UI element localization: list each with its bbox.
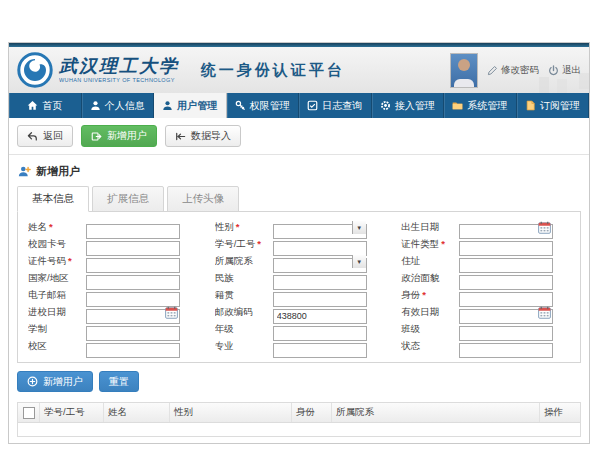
nav-item-user-mgmt[interactable]: 用户管理: [154, 93, 227, 118]
logout-label: 退出: [562, 64, 581, 77]
field-campus: 校区: [28, 339, 203, 354]
field-label: 性别*: [215, 221, 273, 234]
back-button-label: 返回: [43, 129, 63, 143]
change-password-label: 修改密码: [501, 64, 539, 77]
user-avatar[interactable]: [450, 53, 478, 88]
nav-item-log-query[interactable]: 日志查询: [299, 93, 372, 118]
required-marker: *: [257, 238, 261, 249]
nav-item-personal-info[interactable]: 个人信息: [82, 93, 155, 118]
field-label: 校园卡号: [28, 238, 86, 251]
major-control: [273, 339, 367, 354]
field-label: 证件号码*: [28, 255, 86, 268]
return-arrow-icon: [27, 131, 38, 142]
field-gender: 性别*▼: [215, 220, 390, 235]
calendar-icon[interactable]: [538, 221, 551, 234]
email-control: [86, 288, 180, 303]
field-label: 学制: [28, 323, 86, 336]
class-control: [459, 322, 553, 337]
university-name-cn: 武汉理工大学: [59, 57, 185, 75]
brand: 武汉理工大学 WUHAN UNIVERSITY OF TECHNOLOGY 统一…: [17, 47, 345, 93]
submit-add-user-label: 新增用户: [43, 375, 83, 389]
reset-button[interactable]: 重置: [99, 371, 139, 392]
tab-label: 上传头像: [182, 192, 224, 204]
field-label: 政治面貌: [401, 272, 459, 285]
gender-control: ▼: [273, 220, 367, 235]
tab-upload-avatar[interactable]: 上传头像: [167, 186, 239, 212]
submit-add-user-button[interactable]: 新增用户: [17, 371, 93, 392]
nav-item-label: 日志查询: [322, 99, 362, 113]
tab-extended-info[interactable]: 扩展信息: [92, 186, 164, 212]
nav-item-label: 权限管理: [250, 99, 290, 113]
nav-item-system-mgmt[interactable]: 系统管理: [444, 93, 517, 118]
calendar-icon[interactable]: [165, 306, 178, 319]
field-label: 学号/工号*: [215, 238, 273, 251]
dropdown-arrow-icon[interactable]: ▼: [352, 221, 366, 234]
key-icon: [235, 100, 246, 111]
platform-title: 统一身份认证平台: [201, 61, 345, 80]
field-country-region: 国家/地区: [28, 271, 203, 286]
field-student-id: 学号/工号*: [215, 237, 390, 252]
content: 返回 新增用户 数据导入 新增用户 基本信息扩展信息上传头像 姓名*性别*▼出生…: [9, 118, 589, 443]
status-control: [459, 339, 553, 354]
table-header-cell: 姓名: [104, 403, 170, 422]
field-label: 班级: [401, 323, 459, 336]
table-header-cell: 学号/工号: [40, 403, 104, 422]
nav-item-label: 用户管理: [177, 99, 217, 113]
field-label: 电子邮箱: [28, 289, 86, 302]
form-tabs: 基本信息扩展信息上传头像: [9, 186, 589, 212]
required-marker: *: [68, 255, 72, 266]
export-square-icon: [91, 131, 102, 142]
field-label: 国家/地区: [28, 272, 86, 285]
users-table: 学号/工号姓名性别身份所属院系操作: [17, 402, 581, 437]
field-postal-code: 邮政编码: [215, 305, 390, 320]
dropdown-arrow-icon[interactable]: ▼: [352, 255, 366, 268]
field-label: 所属院系: [215, 255, 273, 268]
change-password-link[interactable]: 修改密码: [487, 64, 539, 77]
user-icon: [90, 100, 101, 111]
logout-link[interactable]: 退出: [548, 64, 581, 77]
student-id-control: [273, 237, 367, 252]
postal-code-control: [273, 305, 367, 320]
required-marker: *: [422, 289, 426, 300]
nav-item-home[interactable]: 首页: [9, 93, 82, 118]
folder-icon: [452, 100, 463, 111]
user-plus-icon: [18, 165, 31, 178]
data-import-button[interactable]: 数据导入: [165, 125, 241, 147]
field-grade: 年级: [215, 322, 390, 337]
calendar-icon[interactable]: [538, 306, 551, 319]
field-label: 住址: [401, 255, 459, 268]
form-actions: 新增用户 重置: [9, 363, 589, 400]
status-input[interactable]: [459, 343, 553, 358]
nav-item-label: 系统管理: [467, 99, 507, 113]
back-button[interactable]: 返回: [17, 125, 73, 147]
field-id-type: 证件类型*: [401, 237, 576, 252]
basic-info-form: 姓名*性别*▼出生日期校园卡号学号/工号*证件类型*证件号码*所属院系▼住址国家…: [17, 211, 581, 363]
field-label: 邮政编码: [215, 306, 273, 319]
education-length-control: [86, 322, 180, 337]
nav-item-permission-mgmt[interactable]: 权限管理: [227, 93, 300, 118]
field-department: 所属院系▼: [215, 254, 390, 269]
field-birth-date: 出生日期: [401, 220, 576, 235]
nav-item-access-mgmt[interactable]: 接入管理: [372, 93, 445, 118]
major-input[interactable]: [273, 343, 367, 358]
content-bottom-spacer: [9, 437, 589, 443]
tab-label: 基本信息: [32, 192, 74, 204]
tab-basic-info[interactable]: 基本信息: [17, 186, 89, 212]
select-all-checkbox[interactable]: [23, 407, 35, 419]
nav-item-subscription-mgmt[interactable]: 订阅管理: [517, 93, 590, 118]
campus-input[interactable]: [86, 343, 180, 358]
header-right: 修改密码 退出: [450, 47, 581, 93]
table-header-cell: 性别: [170, 403, 292, 422]
field-address: 住址: [401, 254, 576, 269]
plus-circle-icon: [27, 376, 38, 387]
add-user-toolbar-button[interactable]: 新增用户: [81, 125, 157, 147]
required-marker: *: [441, 238, 445, 249]
field-label: 进校日期: [28, 306, 86, 319]
field-email: 电子邮箱: [28, 288, 203, 303]
table-header-cell: 操作: [540, 403, 580, 422]
university-name-en: WUHAN UNIVERSITY OF TECHNOLOGY: [59, 77, 175, 83]
section-header: 新增用户: [9, 155, 589, 186]
field-label: 校区: [28, 340, 86, 353]
nav-item-label: 订阅管理: [540, 99, 580, 113]
field-political-status: 政治面貌: [401, 271, 576, 286]
